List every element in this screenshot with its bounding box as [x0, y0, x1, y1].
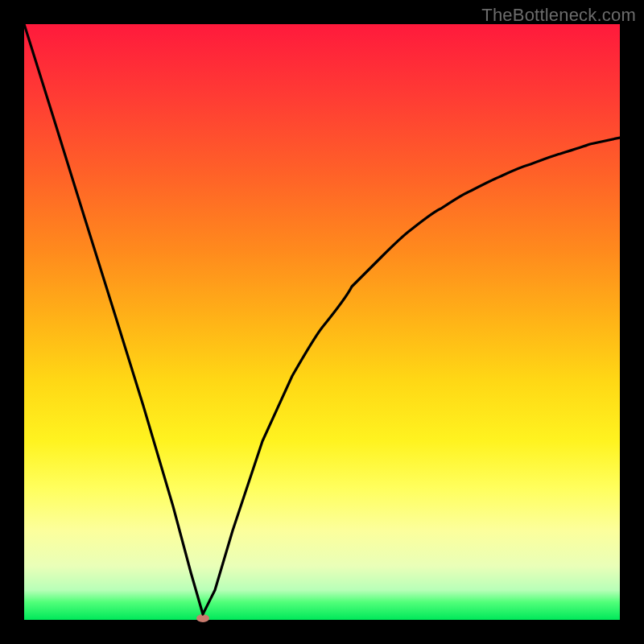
chart-plot-area	[24, 24, 620, 620]
curve-path	[24, 24, 620, 614]
watermark-text: TheBottleneck.com	[481, 5, 636, 26]
bottleneck-curve	[24, 24, 620, 620]
